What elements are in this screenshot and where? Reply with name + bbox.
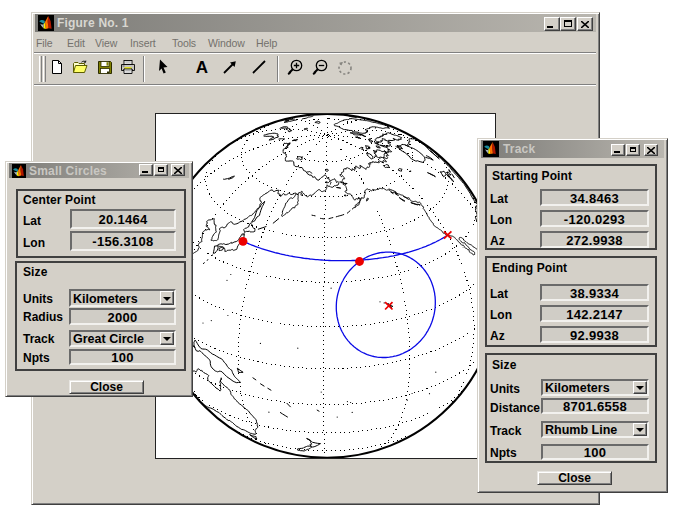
svg-text:A: A <box>196 59 208 75</box>
